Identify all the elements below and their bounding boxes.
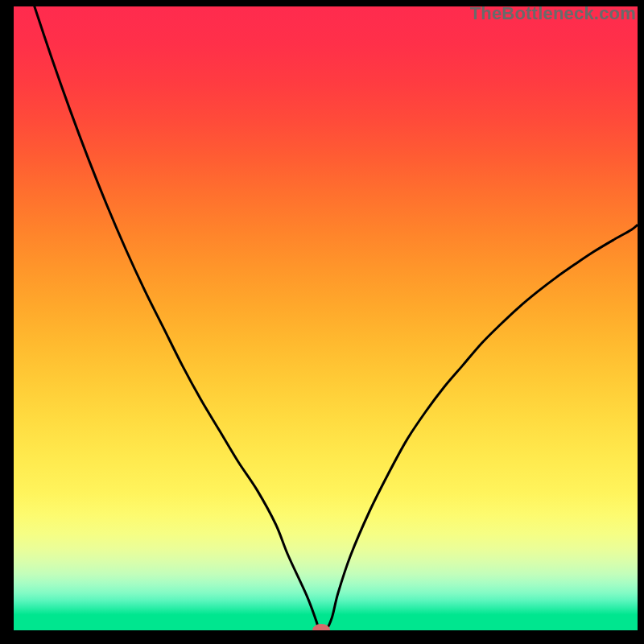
frame-top (0, 0, 644, 6)
chart-svg (0, 0, 644, 644)
frame-right (638, 0, 644, 644)
bottleneck-chart-container: TheBottleneck.com (0, 0, 644, 644)
frame-bottom (0, 630, 644, 644)
frame-left (0, 0, 14, 644)
gradient-background (14, 6, 638, 630)
